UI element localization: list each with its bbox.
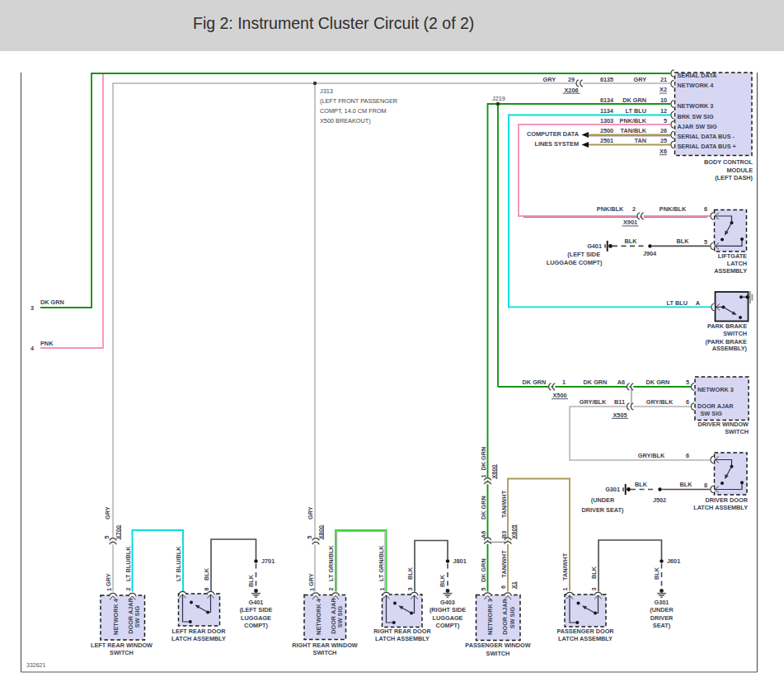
svg-text:AJAR SW SIG: AJAR SW SIG <box>678 123 718 130</box>
svg-text:2501: 2501 <box>600 137 613 144</box>
svg-text:LATCH ASSEMBLY: LATCH ASSEMBLY <box>171 635 226 642</box>
svg-text:LUGGAGE: LUGGAGE <box>241 614 271 622</box>
svg-text:Fig 2: Instrument Cluster Circ: Fig 2: Instrument Cluster Circuit (2 of … <box>193 14 474 32</box>
svg-text:BLK: BLK <box>406 566 414 580</box>
svg-text:6: 6 <box>704 205 707 213</box>
svg-text:DRIVER DOOR: DRIVER DOOR <box>706 496 749 504</box>
svg-text:A6: A6 <box>480 531 487 538</box>
svg-text:BLK: BLK <box>590 566 598 579</box>
svg-text:DK GRN: DK GRN <box>622 96 646 104</box>
svg-text:2: 2 <box>327 587 335 590</box>
svg-text:ASSEMBLY: ASSEMBLY <box>714 267 747 275</box>
svg-text:GRY: GRY <box>104 506 111 519</box>
svg-text:6: 6 <box>500 585 507 589</box>
svg-text:1: 1 <box>561 587 569 590</box>
svg-text:SW SIG: SW SIG <box>336 606 344 628</box>
svg-text:COMPT): COMPT) <box>244 622 268 629</box>
svg-text:(LEFT SIDE: (LEFT SIDE <box>240 606 273 613</box>
svg-text:1: 1 <box>480 474 487 477</box>
svg-text:LT BLU/BLK: LT BLU/BLK <box>175 546 182 581</box>
svg-text:(RIGHT SIDE: (RIGHT SIDE <box>430 606 466 613</box>
svg-text:8: 8 <box>704 482 707 489</box>
svg-text:COMPT, 14.0 CM FROM: COMPT, 14.0 CM FROM <box>320 107 387 115</box>
svg-text:J502: J502 <box>653 496 666 504</box>
svg-text:5: 5 <box>704 238 707 246</box>
svg-text:X500: X500 <box>552 392 566 399</box>
svg-text:(LEFT FRONT PASSENGER: (LEFT FRONT PASSENGER <box>320 97 397 105</box>
svg-text:PNK/BLK: PNK/BLK <box>620 117 647 125</box>
svg-text:B3: B3 <box>500 531 508 538</box>
svg-text:LATCH ASSEMBLY: LATCH ASSEMBLY <box>375 635 430 642</box>
svg-text:TAN/WHT: TAN/WHT <box>561 552 569 581</box>
svg-text:DK GRN: DK GRN <box>40 298 64 306</box>
svg-text:SEAT): SEAT) <box>653 622 671 629</box>
svg-text:J904: J904 <box>643 250 657 257</box>
svg-text:BLK: BLK <box>635 481 648 488</box>
svg-text:DK GRN: DK GRN <box>480 447 487 471</box>
svg-text:TAN: TAN <box>635 137 646 144</box>
svg-text:1: 1 <box>562 378 566 386</box>
svg-text:SERIAL DATA: SERIAL DATA <box>678 72 718 79</box>
svg-text:DK GRN: DK GRN <box>480 496 487 519</box>
svg-text:GRY/BLK: GRY/BLK <box>646 398 674 406</box>
svg-text:GRY: GRY <box>542 76 556 83</box>
svg-text:5: 5 <box>306 535 313 538</box>
svg-text:2: 2 <box>632 205 636 213</box>
svg-text:3: 3 <box>590 587 598 590</box>
svg-text:DRIVER WINDOW: DRIVER WINDOW <box>697 421 749 428</box>
svg-text:GRY: GRY <box>307 506 314 519</box>
svg-text:X505: X505 <box>613 411 627 419</box>
svg-text:1: 1 <box>106 588 113 591</box>
svg-text:BODY CONTROL: BODY CONTROL <box>704 158 753 166</box>
svg-text:BLK: BLK <box>203 567 210 581</box>
svg-text:RIGHT REAR DOOR: RIGHT REAR DOOR <box>373 628 431 635</box>
svg-text:A6: A6 <box>617 378 625 386</box>
svg-text:SWITCH: SWITCH <box>725 428 749 435</box>
svg-text:LEFT REAR DOOR: LEFT REAR DOOR <box>172 628 227 635</box>
svg-text:NETWORK 3: NETWORK 3 <box>678 102 714 110</box>
svg-text:29: 29 <box>568 76 575 83</box>
svg-text:SWITCH: SWITCH <box>110 649 134 656</box>
svg-text:6: 6 <box>686 452 689 459</box>
svg-text:DRIVER: DRIVER <box>650 614 674 622</box>
svg-text:G403: G403 <box>440 599 455 606</box>
svg-text:25: 25 <box>660 137 667 144</box>
svg-text:X901: X901 <box>623 219 637 226</box>
svg-text:5: 5 <box>686 378 689 386</box>
svg-text:6134: 6134 <box>600 96 614 104</box>
svg-text:LT BLU: LT BLU <box>667 299 688 307</box>
svg-text:DK GRN: DK GRN <box>480 558 487 582</box>
svg-text:LUGGAGE: LUGGAGE <box>433 614 463 622</box>
svg-text:DK GRN: DK GRN <box>523 378 547 386</box>
svg-text:1: 1 <box>308 588 316 591</box>
svg-text:GRY: GRY <box>633 76 646 83</box>
svg-text:(UNDER: (UNDER <box>591 496 615 504</box>
svg-text:NETWORK 4: NETWORK 4 <box>315 598 322 635</box>
svg-text:26: 26 <box>660 127 667 134</box>
svg-text:2: 2 <box>124 587 132 590</box>
svg-text:PASSENGER DOOR: PASSENGER DOOR <box>556 628 614 635</box>
svg-text:J801: J801 <box>453 557 467 565</box>
svg-text:1: 1 <box>378 587 386 590</box>
svg-text:12: 12 <box>660 107 667 115</box>
svg-text:RIGHT REAR WINDOW: RIGHT REAR WINDOW <box>292 642 358 649</box>
svg-text:J313: J313 <box>320 87 333 95</box>
svg-text:NETWORK 4: NETWORK 4 <box>678 82 715 89</box>
svg-text:X206: X206 <box>564 87 578 94</box>
svg-text:GRY: GRY <box>307 573 315 586</box>
svg-text:SWITCH: SWITCH <box>486 650 510 657</box>
svg-text:X6: X6 <box>660 148 667 155</box>
svg-text:NETWORK 3: NETWORK 3 <box>697 386 734 393</box>
svg-text:DK GRN: DK GRN <box>646 378 670 386</box>
svg-text:LATCH ASSEMBLY: LATCH ASSEMBLY <box>693 504 748 511</box>
svg-text:1134: 1134 <box>600 107 614 115</box>
svg-text:PNK: PNK <box>40 340 54 347</box>
svg-text:X500 BREAKOUT): X500 BREAKOUT) <box>320 117 371 125</box>
svg-text:LATCH: LATCH <box>727 260 747 267</box>
svg-text:5: 5 <box>480 587 487 590</box>
svg-text:BLK: BLK <box>247 574 255 587</box>
svg-text:LT GRN/BLK: LT GRN/BLK <box>378 545 385 581</box>
svg-text:BLK: BLK <box>680 481 693 488</box>
svg-text:SWITCH: SWITCH <box>723 330 747 337</box>
svg-text:LIFTGATE: LIFTGATE <box>718 252 747 260</box>
